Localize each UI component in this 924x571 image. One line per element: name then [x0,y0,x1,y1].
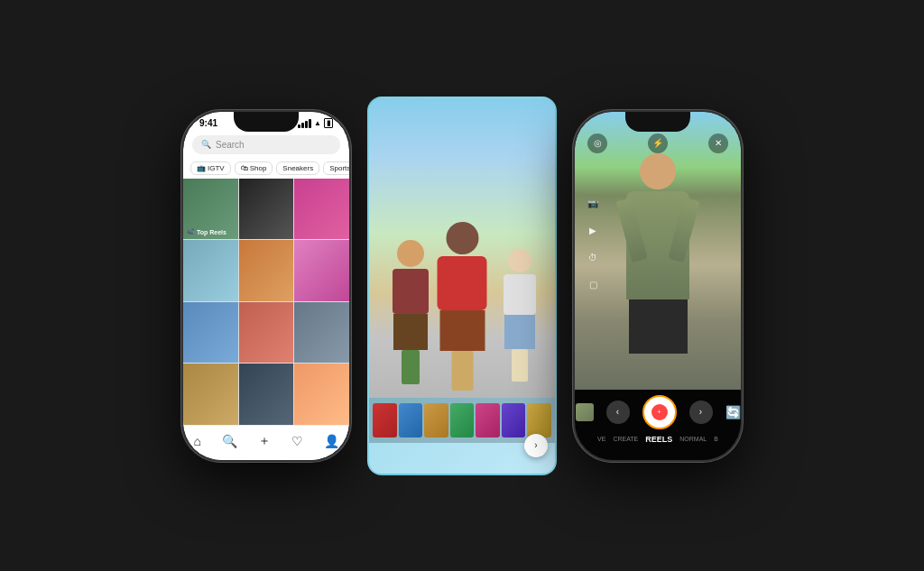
grid-cell-9[interactable] [294,302,349,364]
thumb-5[interactable] [476,403,500,437]
camera-settings-icon[interactable]: ◎ [587,134,607,153]
grid-cell-11[interactable] [239,364,294,425]
dancer-center [429,222,496,389]
record-plus-icon: + [657,408,661,416]
next-button-center[interactable]: › [524,434,548,457]
center-phone: › [367,97,557,475]
igtv-icon: 📺 [197,164,206,172]
record-indicator: + [651,404,668,420]
time-left: 9:41 [199,118,217,128]
explore-grid: 📹 Top Reels [183,179,349,425]
thumb-4[interactable] [450,403,475,437]
person-in-frame [613,153,703,352]
grid-cell-4[interactable] [183,240,238,301]
thumb-6[interactable] [502,403,526,437]
nav-profile-icon[interactable]: 👤 [324,434,339,448]
nav-heart-icon[interactable]: ♡ [291,434,303,448]
center-video [369,98,555,399]
grid-cell-2[interactable] [239,179,294,240]
grid-cell-10[interactable] [183,364,238,425]
dancer-right [497,249,542,380]
shop-icon: 🛍 [241,164,248,172]
battery-icon: ▮ [324,118,333,128]
camera-tool-4[interactable]: ▢ [584,276,602,294]
tag-igtv[interactable]: 📺 IGTV [190,161,231,175]
tag-sports[interactable]: Sports [323,161,349,175]
left-phone: 9:41 ▲ ▮ 🔍 Search [181,110,351,462]
camera-tool-1[interactable]: 📷 [584,195,602,213]
reel-icon: 📹 [187,228,195,235]
camera-tools-panel: 📷 ▶ ⏱ ▢ [584,195,602,294]
right-phone: ◎ ⚡ ✕ 📷 ▶ ⏱ ▢ [573,110,743,462]
thumb-3[interactable] [424,403,448,437]
camera-record-button[interactable]: + [642,395,677,429]
tag-sneakers[interactable]: Sneakers [276,161,319,175]
thumb-7[interactable] [527,403,551,437]
person-pants [629,299,688,354]
grid-cell-1[interactable]: 📹 Top Reels [183,179,238,240]
grid-cell-3[interactable] [294,179,349,240]
mode-reels-active[interactable]: REELS [645,435,672,444]
thumb-2[interactable] [399,403,423,437]
mode-ve[interactable]: VE [597,436,605,442]
notch-right [625,112,690,132]
tag-row: 📺 IGTV 🛍 Shop Sneakers Sports Architect [183,158,349,179]
grid-cell-5[interactable] [239,240,294,301]
grid-cell-6[interactable] [294,240,349,301]
center-frame: › [367,97,557,475]
flash-icon[interactable]: ⚡ [648,134,668,153]
camera-tool-2[interactable]: ▶ [584,222,602,240]
person-head [640,153,676,189]
tag-shop[interactable]: 🛍 Shop [235,161,273,175]
search-icon: 🔍 [201,140,211,149]
mode-b[interactable]: B [714,436,718,442]
bottom-nav-left: ⌂ 🔍 ＋ ♡ 👤 [183,425,349,460]
nav-add-icon[interactable]: ＋ [258,433,271,449]
camera-bottom-bar: ‹ + › 🔄 VE CREATE REELS NORMAL B [575,390,741,460]
camera-recent-thumbnail[interactable] [576,403,594,421]
camera-back-button[interactable]: ‹ [606,401,630,424]
search-bar[interactable]: 🔍 Search [192,135,340,154]
camera-viewfinder: ◎ ⚡ ✕ 📷 ▶ ⏱ ▢ [575,112,741,390]
grid-cell-12[interactable] [294,364,349,425]
camera-tool-3[interactable]: ⏱ [584,249,602,267]
camera-controls: ‹ + › 🔄 [576,395,741,429]
close-icon[interactable]: ✕ [708,134,728,153]
top-reels-label: 📹 Top Reels [187,228,226,235]
grid-cell-8[interactable] [239,302,294,364]
phones-container: 9:41 ▲ ▮ 🔍 Search [181,97,743,475]
nav-search-icon[interactable]: 🔍 [222,434,237,448]
camera-forward-button[interactable]: › [689,401,713,424]
notch-left [234,112,299,132]
search-placeholder: Search [216,140,245,150]
camera-top-bar: ◎ ⚡ ✕ [575,134,741,153]
left-phone-screen: 9:41 ▲ ▮ 🔍 Search [183,112,349,460]
right-phone-screen: ◎ ⚡ ✕ 📷 ▶ ⏱ ▢ [575,112,741,460]
status-icons-left: ▲ ▮ [298,118,333,128]
camera-mode-bar: VE CREATE REELS NORMAL B [597,435,718,444]
grid-cell-7[interactable] [183,302,238,364]
wifi-icon: ▲ [314,119,321,127]
mode-normal[interactable]: NORMAL [679,436,707,442]
thumb-1[interactable] [373,403,397,437]
mode-create[interactable]: CREATE [613,436,638,442]
nav-home-icon[interactable]: ⌂ [193,434,200,448]
camera-flip-icon[interactable]: 🔄 [725,405,741,419]
